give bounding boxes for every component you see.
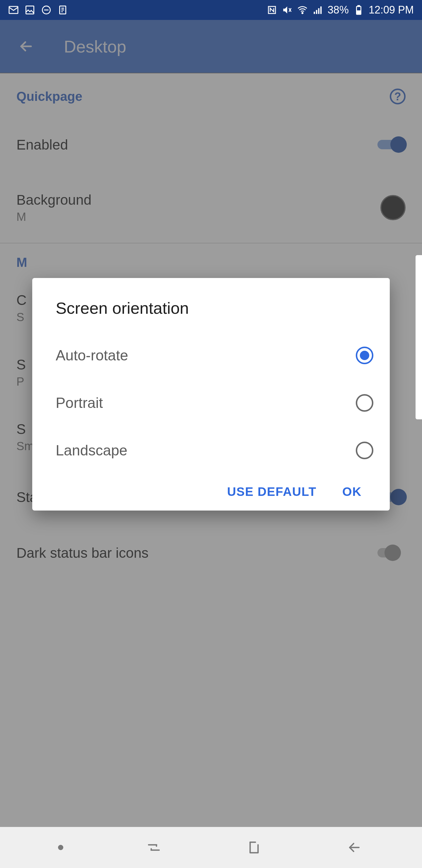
signal-icon xyxy=(313,5,323,15)
dialog-actions: USE DEFAULT OK xyxy=(56,485,374,499)
wifi-icon xyxy=(297,5,308,15)
svg-rect-8 xyxy=(318,8,319,14)
clock: 12:09 PM xyxy=(369,4,414,16)
radio-option-portrait[interactable]: Portrait xyxy=(56,379,374,427)
dialog-title: Screen orientation xyxy=(56,299,374,318)
dnd-icon xyxy=(41,5,52,15)
gmail-icon xyxy=(8,5,19,15)
nav-indicator-icon xyxy=(58,845,63,850)
radio-button-checked-icon[interactable] xyxy=(356,347,374,364)
status-right-icons: 38% 12:09 PM xyxy=(267,4,414,16)
radio-option-landscape[interactable]: Landscape xyxy=(56,427,374,474)
scroll-indicator xyxy=(416,255,422,419)
battery-icon xyxy=(353,5,364,15)
ok-button[interactable]: OK xyxy=(342,485,362,499)
dialog-screen-orientation: Screen orientation Auto-rotate Portrait … xyxy=(32,278,390,510)
svg-rect-11 xyxy=(358,6,360,6)
home-button[interactable] xyxy=(245,840,264,856)
svg-rect-1 xyxy=(26,6,34,14)
svg-rect-6 xyxy=(314,12,315,14)
mute-icon xyxy=(282,5,292,15)
svg-point-5 xyxy=(302,12,303,14)
status-left-icons xyxy=(8,5,68,15)
radio-button-unchecked-icon[interactable] xyxy=(356,442,374,459)
status-bar: 38% 12:09 PM xyxy=(0,0,422,20)
radio-label: Portrait xyxy=(56,395,103,411)
radio-option-auto-rotate[interactable]: Auto-rotate xyxy=(56,332,374,379)
radio-label: Auto-rotate xyxy=(56,347,128,364)
image-icon xyxy=(25,5,35,15)
nfc-icon xyxy=(267,5,277,15)
navigation-bar xyxy=(0,827,422,868)
back-button[interactable] xyxy=(345,840,364,856)
svg-rect-7 xyxy=(316,10,317,14)
svg-rect-9 xyxy=(320,6,322,14)
battery-percent: 38% xyxy=(328,4,349,16)
use-default-button[interactable]: USE DEFAULT xyxy=(227,485,317,499)
svg-rect-12 xyxy=(357,11,360,14)
recents-button[interactable] xyxy=(144,840,164,856)
radio-button-unchecked-icon[interactable] xyxy=(356,394,374,412)
sim-icon xyxy=(58,5,68,15)
radio-label: Landscape xyxy=(56,442,128,459)
